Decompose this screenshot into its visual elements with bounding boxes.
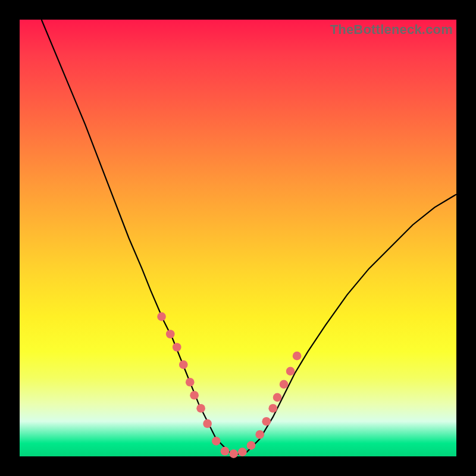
dot (186, 378, 195, 387)
dot (262, 417, 271, 426)
scatter-dots (157, 312, 301, 458)
dot (293, 352, 302, 361)
dot (190, 391, 199, 400)
dot (280, 380, 289, 389)
chart-frame: TheBottleneck.com (0, 0, 476, 476)
curve-line (42, 20, 456, 454)
dot (221, 447, 230, 456)
dot (157, 312, 166, 321)
dot (273, 393, 282, 402)
dot (229, 449, 238, 458)
dot (196, 404, 205, 413)
dot (247, 441, 256, 450)
dot (268, 404, 277, 413)
dot (203, 419, 212, 428)
dot (238, 447, 247, 456)
dot (286, 367, 295, 376)
dot (212, 437, 221, 446)
dot (166, 330, 175, 339)
chart-svg (20, 20, 456, 456)
dot (179, 361, 188, 369)
dot (255, 430, 264, 439)
dot (173, 343, 181, 352)
plot-area: TheBottleneck.com (20, 20, 456, 456)
